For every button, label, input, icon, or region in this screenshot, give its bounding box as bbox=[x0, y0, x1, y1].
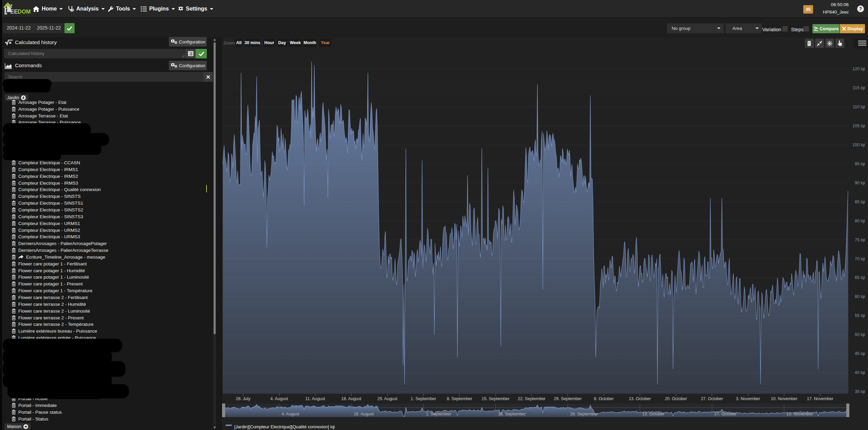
svg-text:65 lqi: 65 lqi bbox=[855, 275, 865, 280]
svg-text:15. September: 15. September bbox=[482, 396, 510, 401]
svg-text:DOM: DOM bbox=[18, 8, 31, 15]
svg-text:85 lqi: 85 lqi bbox=[855, 200, 865, 204]
svg-text:90 lqi: 90 lqi bbox=[855, 181, 865, 185]
svg-text:[Jardin][Compteur Electrique][: [Jardin][Compteur Electrique][Qualité co… bbox=[234, 424, 335, 429]
svg-text:120 lqi: 120 lqi bbox=[852, 67, 865, 71]
svg-text:8. September: 8. September bbox=[447, 396, 472, 401]
svg-text:6. October: 6. October bbox=[594, 396, 614, 401]
svg-text:25. August: 25. August bbox=[377, 396, 398, 401]
svg-text:100 lqi: 100 lqi bbox=[852, 143, 865, 147]
svg-text:20. October: 20. October bbox=[665, 396, 687, 401]
svg-text:50 lqi: 50 lqi bbox=[855, 332, 865, 337]
svg-text:3. November: 3. November bbox=[736, 396, 760, 401]
svg-text:45 lqi: 45 lqi bbox=[855, 351, 865, 356]
svg-text:18. August: 18. August bbox=[354, 412, 374, 416]
svg-text:27. October: 27. October bbox=[714, 412, 736, 416]
svg-text:10. November: 10. November bbox=[787, 412, 813, 416]
svg-text:29. September: 29. September bbox=[570, 412, 598, 416]
svg-text:13. October: 13. October bbox=[642, 412, 664, 416]
svg-text:35 lqi: 35 lqi bbox=[855, 389, 865, 394]
svg-text:22. September: 22. September bbox=[518, 396, 546, 401]
svg-text:75 lqi: 75 lqi bbox=[855, 238, 865, 242]
svg-text:27. October: 27. October bbox=[701, 396, 723, 401]
svg-text:95 lqi: 95 lqi bbox=[855, 162, 865, 166]
svg-text:1. September: 1. September bbox=[411, 396, 436, 401]
svg-text:105 lqi: 105 lqi bbox=[852, 124, 865, 128]
svg-text:17. November: 17. November bbox=[807, 396, 834, 401]
svg-text:29. September: 29. September bbox=[554, 396, 581, 401]
svg-text:EE: EE bbox=[11, 8, 18, 15]
svg-text:11. August: 11. August bbox=[305, 396, 326, 401]
svg-text:10. November: 10. November bbox=[771, 396, 797, 401]
svg-text:?: ? bbox=[859, 6, 862, 12]
svg-text:4. August: 4. August bbox=[270, 396, 288, 401]
svg-text:115 lqi: 115 lqi bbox=[853, 86, 865, 90]
svg-text:28. July: 28. July bbox=[236, 396, 251, 401]
svg-text:110 lqi: 110 lqi bbox=[853, 105, 865, 109]
svg-text:40 lqi: 40 lqi bbox=[855, 370, 865, 375]
svg-text:55 lqi: 55 lqi bbox=[855, 313, 865, 318]
svg-text:13. October: 13. October bbox=[629, 396, 651, 401]
svg-text:15. September: 15. September bbox=[498, 412, 526, 416]
svg-text:4. August: 4. August bbox=[281, 412, 299, 416]
svg-text:80 lqi: 80 lqi bbox=[855, 219, 865, 223]
svg-text:70 lqi: 70 lqi bbox=[855, 257, 865, 261]
svg-text:18. August: 18. August bbox=[341, 396, 362, 401]
svg-text:1. September: 1. September bbox=[426, 412, 451, 416]
svg-text:60 lqi: 60 lqi bbox=[855, 294, 865, 299]
